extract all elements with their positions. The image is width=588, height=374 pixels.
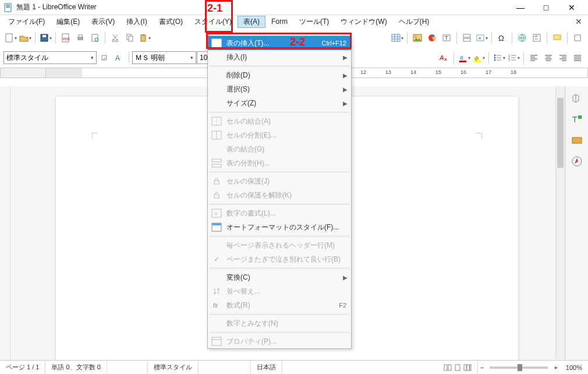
menu-table[interactable]: 表(A) [238,16,265,28]
vertical-scrollbar[interactable] [555,86,565,360]
sidebar-navigator-icon[interactable] [569,154,585,169]
check-icon: ✓ [210,254,223,264]
menu-protect-cells: セルの保護(J) [208,174,351,188]
paste-button[interactable] [137,31,151,45]
multi-view-icon[interactable] [463,364,472,372]
status-bar: ページ 1 / 1 単語 0、文字数 0 標準スタイル 日本語 − + 100% [0,360,588,374]
table-grid-icon [210,38,223,48]
font-name-combo[interactable]: ＭＳ 明朝▾ [132,51,196,64]
menu-format[interactable]: 書式(O) [153,16,189,28]
menu-view[interactable]: 表示(V) [86,16,121,28]
highlight-color-button[interactable] [472,51,486,65]
scrollbar-thumb[interactable] [557,98,564,168]
book-view-icon[interactable] [444,364,452,372]
svg-rect-89 [214,181,219,184]
insert-table-button[interactable] [390,31,404,45]
minimize-button[interactable]: — [508,0,533,15]
paragraph-style-combo[interactable]: 標準スタイル▾ [3,51,97,64]
svg-text:T: T [572,115,578,124]
svg-rect-90 [214,195,219,198]
page-break-button[interactable] [460,31,474,45]
menu-tools[interactable]: ツール(T) [293,16,335,28]
align-center-button[interactable] [541,51,555,65]
open-button[interactable] [18,31,32,45]
insert-comment-button[interactable] [550,31,564,45]
save-button[interactable] [38,31,52,45]
status-language[interactable]: 日本語 [251,361,282,374]
menu-help[interactable]: ヘルプ(H) [393,16,435,28]
close-document-button[interactable]: ✕ [575,17,582,26]
menu-convert-submenu[interactable]: 変換(C)▶ [208,270,351,284]
align-left-button[interactable] [527,51,541,65]
svg-text:PDF: PDF [63,37,70,41]
maximize-button[interactable]: □ [533,0,559,15]
margin-corner-icon [476,133,482,139]
bullet-list-button[interactable] [492,51,506,65]
menu-split-table: 表の分割(H)... [208,156,351,170]
sidebar-properties-icon[interactable] [569,91,585,106]
new-button[interactable] [3,31,17,45]
svg-rect-101 [464,365,466,371]
menu-form[interactable]: Form [265,16,293,27]
zoom-slider-thumb[interactable] [518,364,522,371]
update-style-button[interactable] [97,51,111,65]
svg-text:fx: fx [213,302,218,309]
print-button[interactable] [73,31,87,45]
table-menu-dropdown: 表の挿入(T)... Ctrl+F12 挿入(I) ▶ 削除(D)▶ 選択(S)… [207,36,352,349]
svg-point-14 [116,40,118,42]
menu-row-break: ✓ページまたぎで泣き別れて良い行(B) [208,252,351,266]
align-right-button[interactable] [556,51,570,65]
svg-rect-17 [141,35,146,41]
export-pdf-button[interactable]: PDF [59,31,73,45]
sidebar-gallery-icon[interactable] [569,133,585,148]
copy-button[interactable] [123,31,137,45]
menu-size-submenu[interactable]: サイズ(Z)▶ [208,96,351,110]
status-words[interactable]: 単語 0、文字数 0 [45,361,107,374]
align-justify-button[interactable] [571,51,585,65]
insert-field-button[interactable]: # [474,31,488,45]
insert-chart-button[interactable] [425,31,439,45]
menu-number-format: .0数字の書式(L)... [208,206,351,220]
svg-rect-1 [6,5,10,5]
numbered-list-button[interactable]: 123 [506,51,520,65]
svg-rect-99 [448,365,451,371]
svg-rect-10 [79,35,82,37]
single-view-icon[interactable] [454,364,462,372]
window-controls: — □ ✕ [508,0,585,15]
menu-insert-submenu[interactable]: 挿入(I) ▶ [208,50,351,64]
status-view-icons[interactable] [438,361,478,374]
zoom-slider[interactable] [490,366,548,369]
insert-symbol-button[interactable]: Ω [495,31,509,45]
print-preview-button[interactable] [88,31,102,45]
zoom-out-button[interactable]: − [478,364,486,371]
draw-button[interactable] [571,31,585,45]
menu-insert[interactable]: 挿入(I) [121,16,153,28]
status-style[interactable]: 標準スタイル [148,361,199,374]
clear-format-button[interactable]: A✕ [437,51,451,65]
menu-insert-table[interactable]: 表の挿入(T)... Ctrl+F12 [208,36,351,50]
font-color-button[interactable]: a [457,51,471,65]
insert-textbox-button[interactable]: T [440,31,454,45]
zoom-percent[interactable]: 100% [560,361,588,374]
menu-formula: fx数式(R)F2 [208,298,351,312]
menu-select-submenu[interactable]: 選択(S)▶ [208,82,351,96]
zoom-in-button[interactable]: + [551,364,559,371]
insert-footnote-button[interactable]: ab [530,31,544,45]
svg-rect-2 [6,6,10,6]
menu-styles[interactable]: スタイル(Y) [189,16,238,28]
menu-edit[interactable]: 編集(E) [51,16,86,28]
new-style-button[interactable]: A [112,51,126,65]
insert-image-button[interactable] [410,31,424,45]
sidebar-styles-icon[interactable]: T [569,112,585,127]
status-page[interactable]: ページ 1 / 1 [0,361,45,374]
close-button[interactable]: ✕ [559,0,585,15]
menu-file[interactable]: ファイル(F) [2,16,51,28]
menu-autoformat-styles[interactable]: オートフォーマットのスタイル(F)... [208,220,351,234]
window-title: 無題 1 - LibreOffice Writer [16,2,508,12]
cut-button[interactable] [108,31,122,45]
menu-window[interactable]: ウィンドウ(W) [335,16,392,28]
insert-hyperlink-button[interactable] [515,31,529,45]
vertical-ruler[interactable] [0,86,10,360]
menu-delete-submenu[interactable]: 削除(D)▶ [208,68,351,82]
svg-rect-6 [42,35,46,37]
